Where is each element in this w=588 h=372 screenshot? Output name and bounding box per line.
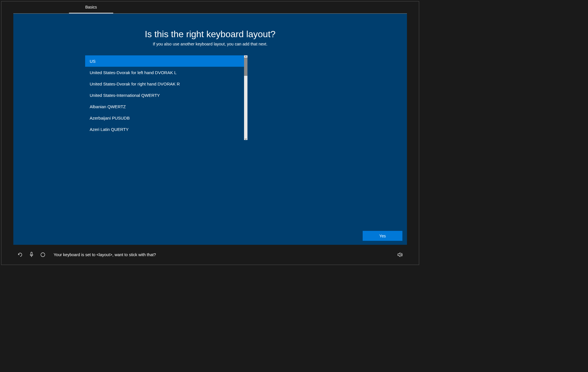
tab-basics[interactable]: Basics <box>69 1 113 13</box>
refresh-icon[interactable] <box>16 251 24 259</box>
svg-rect-0 <box>31 252 32 255</box>
scrollbar-thumb[interactable] <box>244 58 247 76</box>
yes-button[interactable]: Yes <box>363 231 402 241</box>
oobe-frame: Basics Is this the right keyboard layout… <box>1 1 419 265</box>
keyboard-layout-list: USUnited States-Dvorak for left hand DVO… <box>85 55 244 141</box>
keyboard-layout-item[interactable]: Albanian QWERTZ <box>85 101 244 112</box>
volume-icon[interactable] <box>396 251 404 259</box>
keyboard-layout-item[interactable]: United States-Dvorak for right hand DVOR… <box>85 78 244 89</box>
cortana-circle-icon[interactable] <box>39 251 47 259</box>
chevron-down-icon[interactable] <box>244 138 247 140</box>
bottom-bar: Your keyboard is set to <layout>, want t… <box>1 245 419 265</box>
microphone-icon[interactable] <box>28 251 35 259</box>
content-area: Is this the right keyboard layout? If yo… <box>13 13 407 245</box>
cortana-message: Your keyboard is set to <layout>, want t… <box>54 252 156 257</box>
keyboard-layout-item[interactable]: United States-International QWERTY <box>85 89 244 101</box>
keyboard-layout-item[interactable]: United States-Dvorak for left hand DVORA… <box>85 67 244 78</box>
keyboard-layout-item[interactable]: Azerbaijani PUSUDB <box>85 112 244 124</box>
tab-bar: Basics <box>1 1 419 13</box>
keyboard-layout-item[interactable]: Azeri Latin QUERTY <box>85 124 244 135</box>
scrollbar-track[interactable] <box>244 55 247 140</box>
keyboard-layout-item[interactable]: US <box>85 55 244 67</box>
page-subheading: If you also use another keyboard layout,… <box>13 42 407 46</box>
chevron-up-icon[interactable] <box>244 55 247 58</box>
svg-point-2 <box>41 253 45 257</box>
page-heading: Is this the right keyboard layout? <box>13 29 407 39</box>
